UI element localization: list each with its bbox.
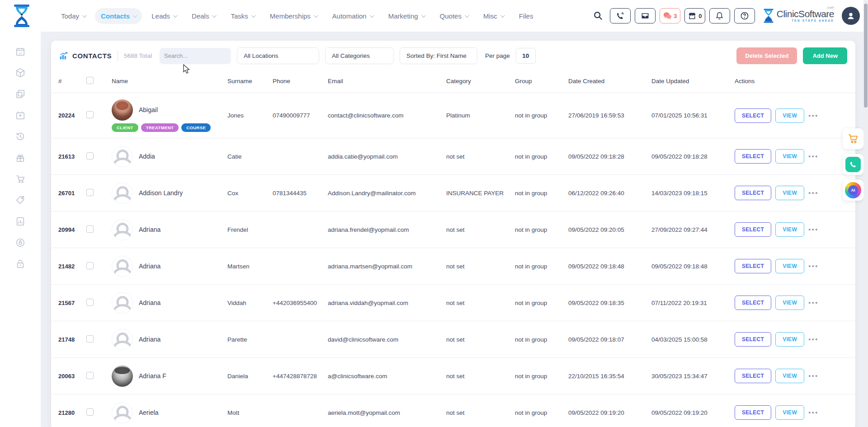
- contact-name[interactable]: Adriana: [139, 226, 160, 233]
- nav-item-misc[interactable]: Misc: [477, 8, 509, 24]
- contact-name[interactable]: Addison Landry: [139, 189, 183, 197]
- row-checkbox[interactable]: [86, 111, 94, 118]
- chevron-down-icon: [500, 13, 505, 18]
- avatar[interactable]: [112, 292, 133, 314]
- view-button[interactable]: VIEW: [775, 259, 804, 273]
- page-scrollbar[interactable]: [863, 0, 868, 427]
- nav-item-today[interactable]: Today: [55, 8, 91, 24]
- history-icon[interactable]: [15, 131, 26, 142]
- sort-select[interactable]: Sorted By: First Name: [400, 47, 477, 64]
- lock-icon[interactable]: [15, 258, 26, 269]
- delete-selected-button[interactable]: Delete Selected: [736, 47, 797, 64]
- contact-name[interactable]: Adriana: [139, 336, 160, 343]
- view-button[interactable]: VIEW: [775, 108, 804, 123]
- view-button[interactable]: VIEW: [775, 369, 804, 383]
- more-actions-button[interactable]: ●●●: [808, 410, 818, 415]
- more-actions-button[interactable]: ●●●: [808, 300, 818, 305]
- view-button[interactable]: VIEW: [775, 186, 804, 200]
- cart-icon[interactable]: [15, 174, 26, 184]
- notifications-button[interactable]: [709, 8, 730, 23]
- contact-name[interactable]: Aeriela: [139, 409, 159, 416]
- account-lock-icon[interactable]: [15, 237, 26, 248]
- avatar[interactable]: [112, 402, 133, 423]
- avatar[interactable]: [112, 183, 133, 204]
- user-avatar[interactable]: [842, 7, 860, 25]
- row-checkbox[interactable]: [86, 408, 94, 416]
- price-tag-icon[interactable]: [15, 195, 26, 206]
- scrollbar-thumb[interactable]: [864, 4, 868, 108]
- more-actions-button[interactable]: ●●●: [808, 191, 818, 195]
- nav-item-contacts[interactable]: Contacts: [95, 8, 142, 24]
- more-actions-button[interactable]: ●●●: [808, 227, 818, 232]
- avatar[interactable]: [112, 99, 133, 121]
- row-checkbox[interactable]: [86, 335, 94, 343]
- contact-name[interactable]: Adriana F: [139, 372, 166, 380]
- avatar[interactable]: [112, 329, 133, 350]
- add-new-button[interactable]: Add New: [803, 47, 847, 64]
- app-logo[interactable]: [9, 3, 34, 29]
- more-actions-button[interactable]: ●●●: [808, 154, 818, 159]
- row-checkbox[interactable]: [86, 262, 94, 269]
- avatar[interactable]: [112, 219, 133, 240]
- more-actions-button[interactable]: ●●●: [808, 264, 818, 268]
- package-icon[interactable]: [15, 67, 26, 78]
- nav-item-tasks[interactable]: Tasks: [225, 8, 260, 24]
- nav-item-files[interactable]: Files: [513, 8, 539, 24]
- contact-name[interactable]: Adriana: [139, 263, 160, 270]
- report-icon[interactable]: [15, 216, 26, 227]
- ai-widget-button[interactable]: AI: [843, 180, 863, 201]
- more-actions-button[interactable]: ●●●: [808, 374, 818, 378]
- help-button[interactable]: [734, 8, 755, 23]
- nav-item-automation[interactable]: Automation: [326, 8, 379, 24]
- nav-item-quotes[interactable]: Quotes: [434, 8, 474, 24]
- per-page-input[interactable]: 10: [516, 48, 536, 64]
- select-button[interactable]: SELECT: [735, 296, 771, 310]
- select-button[interactable]: SELECT: [735, 222, 771, 237]
- chat-notifications-button[interactable]: 3: [660, 8, 680, 23]
- nav-item-leads[interactable]: Leads: [146, 8, 182, 24]
- calendar-icon[interactable]: 12: [15, 46, 26, 57]
- search-icon[interactable]: [593, 11, 603, 21]
- more-actions-button[interactable]: ●●●: [808, 113, 818, 118]
- avatar[interactable]: [112, 146, 133, 167]
- chevron-down-icon: [173, 13, 178, 18]
- view-button[interactable]: VIEW: [775, 405, 804, 420]
- inbox-button[interactable]: [635, 8, 656, 23]
- select-button[interactable]: SELECT: [735, 149, 771, 164]
- gift-icon[interactable]: [15, 152, 26, 163]
- view-button[interactable]: VIEW: [775, 296, 804, 310]
- shop-button[interactable]: 0: [684, 8, 705, 23]
- search-input[interactable]: [164, 52, 244, 59]
- avatar[interactable]: [112, 256, 133, 277]
- booking-calendar-icon[interactable]: [15, 110, 26, 121]
- select-all-checkbox[interactable]: [86, 77, 94, 84]
- select-button[interactable]: SELECT: [735, 186, 771, 200]
- select-button[interactable]: SELECT: [735, 369, 771, 383]
- row-checkbox[interactable]: [86, 225, 94, 233]
- avatar[interactable]: [112, 366, 133, 387]
- row-checkbox[interactable]: [86, 189, 94, 196]
- row-checkbox[interactable]: [86, 299, 94, 306]
- select-button[interactable]: SELECT: [735, 405, 771, 420]
- categories-select[interactable]: All Categories: [325, 47, 394, 64]
- select-button[interactable]: SELECT: [735, 108, 771, 123]
- nav-item-marketing[interactable]: Marketing: [382, 8, 430, 24]
- view-button[interactable]: VIEW: [775, 332, 804, 347]
- copy-icon[interactable]: [15, 89, 26, 99]
- more-actions-button[interactable]: ●●●: [808, 337, 818, 342]
- select-button[interactable]: SELECT: [735, 259, 771, 273]
- contact-name[interactable]: Addia: [139, 153, 155, 160]
- select-button[interactable]: SELECT: [735, 332, 771, 347]
- row-checkbox[interactable]: [86, 152, 94, 160]
- contact-name[interactable]: Abigail: [139, 106, 158, 113]
- row-checkbox[interactable]: [86, 372, 94, 379]
- view-button[interactable]: VIEW: [775, 149, 804, 164]
- view-button[interactable]: VIEW: [775, 222, 804, 237]
- nav-item-memberships[interactable]: Memberships: [264, 8, 323, 24]
- whatsapp-widget-button[interactable]: [843, 154, 863, 175]
- nav-item-deals[interactable]: Deals: [186, 8, 221, 24]
- locations-select[interactable]: All Locations: [237, 47, 319, 64]
- cart-widget-button[interactable]: [843, 128, 863, 149]
- contact-name[interactable]: Adriana: [139, 299, 160, 306]
- dialer-button[interactable]: [610, 8, 631, 23]
